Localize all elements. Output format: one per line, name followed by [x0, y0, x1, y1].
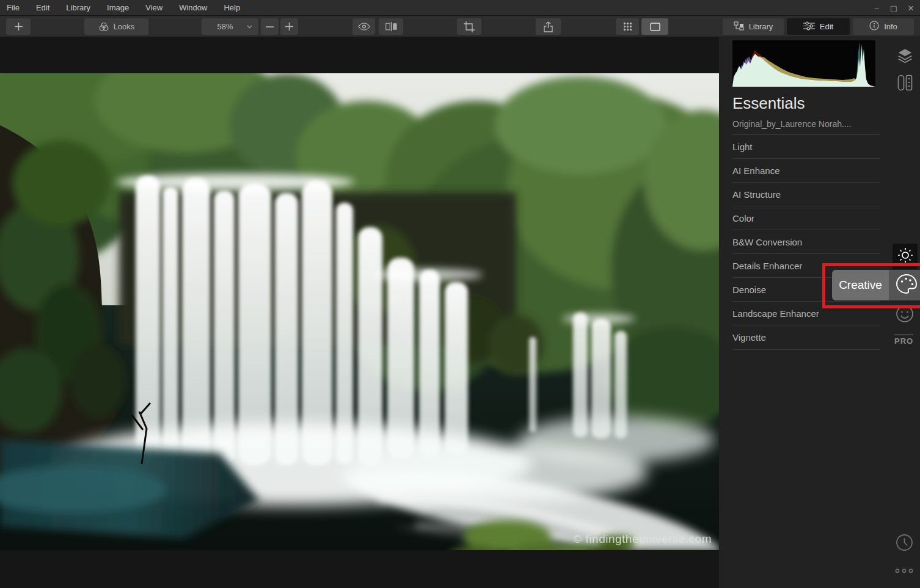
tool-list-item[interactable]: AI Structure [732, 182, 880, 206]
menu-list: FileEditLibraryImageViewWindowHelp [0, 3, 240, 12]
crop-icon [464, 21, 475, 32]
tool-list-item[interactable]: Light [732, 134, 880, 158]
menu-item[interactable]: File [7, 3, 20, 12]
maximize-icon[interactable]: ▢ [888, 4, 899, 13]
tool-label: Color [732, 213, 754, 223]
library-icon [734, 21, 744, 32]
tool-label: Vignette [732, 332, 766, 343]
tool-list-item[interactable]: Vignette [732, 325, 880, 349]
single-image-view-button[interactable] [641, 18, 668, 35]
window-controls: – ▢ ✕ [871, 0, 916, 16]
tool-label: Details Enhancer [732, 261, 802, 271]
history-clock-icon[interactable] [895, 533, 914, 552]
gallery-view-button[interactable] [616, 18, 639, 35]
add-photo-button[interactable] [6, 18, 31, 35]
info-icon [869, 21, 879, 32]
export-share-button[interactable] [536, 18, 561, 35]
split-compare-icon [385, 22, 397, 31]
tab-info-label: Info [884, 22, 897, 31]
tab-library-label: Library [749, 22, 773, 31]
tab-edit-label: Edit [820, 22, 833, 31]
crop-button[interactable] [457, 18, 481, 35]
menu-item[interactable]: Image [107, 3, 129, 12]
grid-view-icon [623, 22, 632, 31]
chevron-down-icon [247, 25, 252, 29]
compare-before-after-button[interactable] [379, 18, 403, 35]
panel-title: Essentials [732, 94, 805, 113]
zoom-level-dropdown[interactable]: 58% [202, 18, 258, 35]
close-icon[interactable]: ✕ [905, 4, 916, 13]
tool-list: Light AI Enhance AI Structure Color B&W … [732, 134, 880, 349]
list-divider [732, 349, 880, 350]
looks-button[interactable]: Looks [84, 18, 148, 35]
menu-item[interactable]: Library [66, 3, 90, 12]
edits-compare-icon[interactable] [897, 74, 913, 91]
highlight-annotation-box [822, 263, 920, 308]
photo-watermark: © findingtheuniverse.com [573, 532, 712, 546]
preview-original-button[interactable] [352, 18, 375, 35]
more-options-icon[interactable] [894, 568, 914, 574]
tab-library[interactable]: Library [723, 18, 784, 35]
looks-label: Looks [114, 22, 135, 31]
share-icon [544, 21, 553, 32]
menu-item[interactable]: Window [179, 3, 207, 12]
menu-item[interactable]: Edit [36, 3, 49, 12]
tool-label: Landscape Enhancer [732, 308, 819, 319]
waterfall-photo [0, 73, 719, 550]
plus-icon [285, 23, 293, 31]
tool-label: B&W Conversion [732, 237, 802, 247]
zoom-in-button[interactable] [280, 18, 298, 35]
histogram[interactable] [732, 40, 875, 87]
preset-name: Original_by_Laurence Norah.... [732, 119, 852, 129]
zoom-out-button[interactable] [261, 18, 279, 35]
tool-label: Light [732, 142, 753, 152]
category-professional-label[interactable]: PRO [894, 335, 913, 346]
tool-label: AI Structure [732, 189, 781, 200]
menu-bar: FileEditLibraryImageViewWindowHelp – ▢ ✕ [0, 0, 920, 16]
tab-info[interactable]: Info [853, 18, 914, 35]
tab-edit[interactable]: Edit [787, 18, 850, 35]
looks-venn-icon [98, 22, 109, 32]
tool-list-item[interactable]: AI Enhance [732, 158, 880, 182]
zoom-level-value: 58% [208, 22, 243, 31]
layers-icon[interactable] [897, 48, 913, 64]
edit-side-panel: Essentials Original_by_Laurence Norah...… [719, 37, 920, 588]
menu-item[interactable]: Help [224, 3, 240, 12]
minimize-icon[interactable]: – [871, 4, 882, 13]
single-view-icon [650, 23, 660, 31]
tool-label: AI Enhance [732, 165, 780, 176]
minus-icon [266, 26, 274, 27]
sliders-icon [803, 21, 815, 32]
toolbar: Looks 58% [0, 16, 920, 37]
canvas-area: © findingtheuniverse.com [0, 37, 719, 588]
tool-list-item[interactable]: B&W Conversion [732, 230, 880, 253]
tool-list-item[interactable]: Color [732, 206, 880, 230]
plus-icon [14, 22, 23, 31]
tool-label: Denoise [732, 285, 766, 295]
menu-item[interactable]: View [145, 3, 162, 12]
eye-icon [358, 23, 370, 31]
photo-canvas[interactable]: © findingtheuniverse.com [0, 73, 719, 550]
